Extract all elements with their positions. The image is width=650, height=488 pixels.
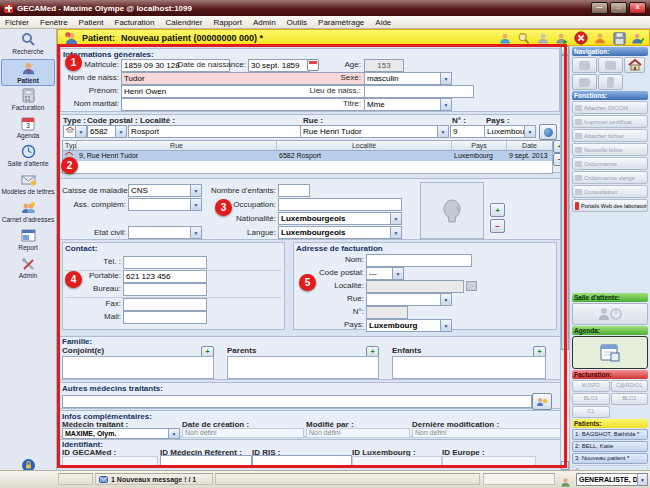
sidebar-item-carnet-adresses[interactable]: Carnet d'adresses: [1, 199, 55, 226]
id-referent-field[interactable]: [160, 455, 252, 466]
menu-facturation[interactable]: Facturation: [115, 18, 155, 27]
langue-select[interactable]: Luxembourgeois▼: [278, 226, 402, 239]
user-icon: [560, 474, 571, 488]
agenda-header: Agenda:: [572, 326, 648, 335]
chevron-down-icon: ▼: [392, 268, 403, 279]
menu-admin[interactable]: Admin: [253, 18, 276, 27]
menu-patient[interactable]: Patient: [79, 18, 104, 27]
patient-info-icon[interactable]: [592, 31, 608, 45]
locality-field[interactable]: Rosport: [128, 125, 303, 138]
mail-field[interactable]: [123, 311, 207, 324]
maximize-button[interactable]: □: [610, 2, 627, 14]
patient-tab-2[interactable]: 2: BELL, Katie: [572, 441, 648, 452]
geolocate-button[interactable]: [539, 124, 557, 140]
menu-aide[interactable]: Aide: [375, 18, 391, 27]
date-creation-value: Non défini: [182, 428, 304, 438]
patient-tab-3[interactable]: 3: Nouveau patient *: [572, 453, 648, 464]
menu-fichier[interactable]: Fichier: [5, 18, 29, 27]
section-informations-generales: Informations générales: Matricule: 1859 …: [60, 48, 560, 112]
status-message-cell[interactable]: 1 Nouveaux message ! / 1: [95, 473, 213, 485]
billing-postal-select[interactable]: ---▼: [366, 267, 404, 280]
parents-label: Parents: [227, 346, 256, 355]
enfants-famille-label: Enfants: [392, 346, 421, 355]
address-type-select[interactable]: ▼: [63, 125, 87, 138]
sidebar-item-admin[interactable]: Admin: [1, 255, 55, 282]
locality-label: Localité :: [140, 116, 175, 125]
validate-patient-icon[interactable]: [630, 31, 646, 45]
col-type[interactable]: Type: [63, 141, 77, 150]
sidebar-item-recherche[interactable]: Recherche: [1, 31, 55, 58]
col-rue[interactable]: Rue: [77, 141, 277, 150]
sex-select[interactable]: masculin▼: [364, 72, 452, 85]
dob-field[interactable]: 30 sept. 1859: [248, 59, 310, 72]
parents-list[interactable]: [227, 356, 379, 379]
menu-outils[interactable]: Outils: [287, 18, 307, 27]
add-photo-button[interactable]: +: [490, 203, 505, 217]
scroll-down-icon[interactable]: ▼: [561, 461, 569, 470]
enfants-list[interactable]: [392, 356, 546, 379]
scrollbar-thumb[interactable]: [561, 55, 569, 350]
sidebar-item-salle-attente[interactable]: Salle d'attente: [1, 143, 55, 170]
form-scrollbar[interactable]: ▲ ▼: [560, 46, 569, 470]
nationalite-select[interactable]: Luxembourgeois▼: [278, 212, 402, 225]
nav-home-button[interactable]: [624, 57, 645, 73]
address-table-row[interactable]: 9, Rue Henri Tudor 6582 Rosport Luxembou…: [63, 151, 552, 161]
postal-select[interactable]: 6582▼: [87, 125, 127, 138]
street-select[interactable]: Rue Henri Tudor▼: [300, 125, 449, 138]
country-select[interactable]: Luxembourg▼: [484, 125, 536, 138]
menu-parametrage[interactable]: Paramétrage: [318, 18, 364, 27]
agenda-button[interactable]: [572, 336, 648, 369]
occupation-label: Occupation:: [180, 200, 276, 209]
menu-calendrier[interactable]: Calendrier: [166, 18, 203, 27]
num-field[interactable]: 9: [450, 125, 485, 138]
close-button[interactable]: X: [629, 2, 646, 14]
select-doctor-button[interactable]: [532, 393, 552, 410]
sidebar-item-agenda[interactable]: 3 Agenda: [1, 115, 55, 142]
save-icon[interactable]: [611, 31, 627, 45]
remove-photo-button[interactable]: −: [490, 219, 505, 233]
menu-rapport[interactable]: Rapport: [213, 18, 241, 27]
id-ris-field[interactable]: [252, 455, 352, 466]
status-input-cell[interactable]: [483, 473, 555, 485]
sidebar-item-modeles-lettres[interactable]: Modèles de lettres: [1, 171, 55, 198]
scroll-up-icon[interactable]: ▲: [561, 46, 569, 55]
num-label: N° :: [452, 116, 466, 125]
minimize-button[interactable]: —: [591, 2, 608, 14]
cancel-icon[interactable]: [573, 31, 589, 45]
col-localite[interactable]: Localité: [277, 141, 452, 150]
menu-fenetre[interactable]: Fenêtre: [40, 18, 68, 27]
col-date[interactable]: Date: [507, 141, 552, 150]
birthplace-field[interactable]: [364, 85, 474, 98]
calculator-icon: [1, 87, 55, 104]
chevron-down-icon: ▼: [440, 320, 451, 331]
derniere-modification-value: Non défini: [412, 428, 562, 438]
billing-rue-select[interactable]: ▼: [366, 293, 452, 306]
enfants-field[interactable]: [278, 184, 310, 197]
title-select[interactable]: Mme▼: [364, 98, 452, 111]
search-icon: [1, 31, 55, 48]
search-patient-icon[interactable]: [516, 31, 532, 45]
bureau-field[interactable]: [123, 283, 207, 296]
patient-header-bar: i Patient:Nouveau patient (00000000 000)…: [57, 29, 650, 46]
new-patient-icon[interactable]: [497, 31, 513, 45]
portails-web-button[interactable]: Portails Web des laboratoires: [572, 199, 648, 212]
tel-field[interactable]: [123, 256, 207, 269]
patient-tab-1[interactable]: 1: BAGSHOT, Bathilda *: [572, 429, 648, 440]
sidebar-item-facturation[interactable]: Facturation: [1, 87, 55, 114]
tel-label: Tél. :: [65, 257, 121, 266]
sidebar-item-patient[interactable]: Patient: [1, 59, 55, 86]
add-patient-icon[interactable]: [554, 31, 570, 45]
blank-page-icon: [575, 175, 582, 181]
medecin-traitant-select[interactable]: MAXIME, Olym.▼: [62, 428, 180, 439]
col-pays[interactable]: Pays: [452, 141, 507, 150]
user-select[interactable]: GENERALISTE, D ▼: [576, 473, 648, 486]
billing-pays-select[interactable]: Luxembourg▼: [366, 319, 452, 332]
fax-field[interactable]: [123, 298, 207, 311]
conjoint-list[interactable]: [62, 356, 214, 379]
billing-nom-field[interactable]: [366, 254, 472, 267]
portable-field[interactable]: 621 123 456: [123, 270, 207, 283]
autres-medecins-field[interactable]: [62, 395, 532, 408]
famille-title: Famille:: [62, 337, 92, 346]
sidebar-item-report[interactable]: Report: [1, 227, 55, 254]
occupation-field[interactable]: [278, 198, 402, 211]
